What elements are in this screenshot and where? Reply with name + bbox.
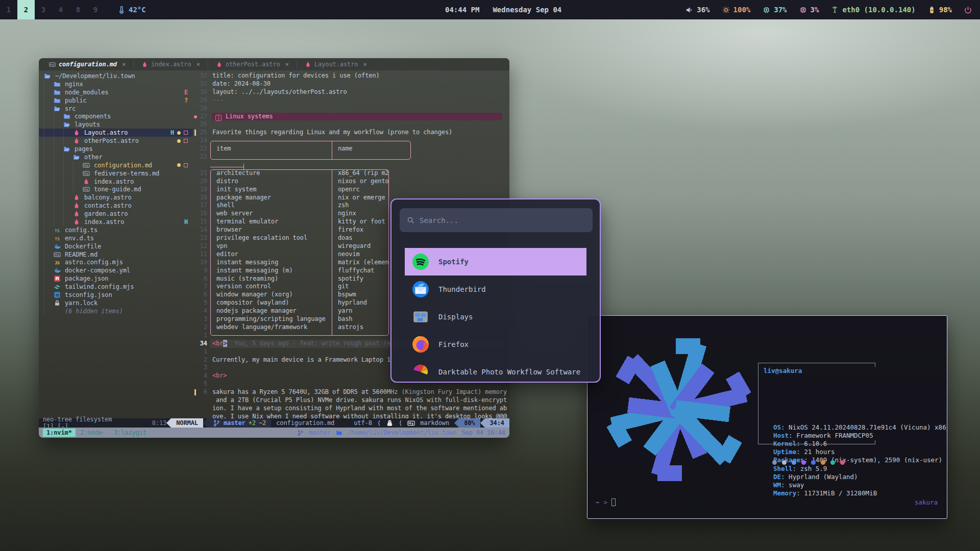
editor-line[interactable]: 6sakura has a Ryzen 5 7640U, 32GB of DDR… [193, 388, 509, 396]
editor-line[interactable]: 28 [193, 105, 509, 113]
cpu-module[interactable]: 37% [763, 6, 787, 14]
volume-module[interactable]: 36% [685, 6, 709, 14]
palette-dot [830, 460, 835, 465]
tree-item[interactable]: TSconfig.ts [39, 226, 193, 234]
editor-line[interactable]: 25Favorite things regarding Linux and my… [193, 129, 509, 137]
tree-item[interactable]: README.md [39, 251, 193, 259]
power-module[interactable] [964, 6, 972, 14]
tab-configuration.md[interactable]: configuration.md× [44, 58, 131, 70]
tree-item[interactable]: TSenv.d.ts [39, 234, 193, 242]
tree-item[interactable]: (6 hidden items) [39, 307, 193, 315]
tree-item[interactable]: Layout.astroH [39, 129, 193, 137]
tree-item[interactable]: yarn.lock [39, 299, 193, 307]
staged-square-icon [184, 163, 188, 167]
tree-item-label: index.astro [94, 178, 134, 185]
tmux-window-2:node-[interactable]: 2:node- [77, 429, 109, 437]
tab-close-icon[interactable]: × [122, 61, 126, 68]
editor-line[interactable]: ion. I have a setup consisting of Hyprla… [193, 405, 509, 413]
launcher-results[interactable]: SpotifyThunderbirdDisplaysFirefoxDarktab… [391, 248, 600, 382]
editor-line[interactable]: 24 [193, 137, 509, 145]
editor-line[interactable]: 30layout: ../../layouts/otherPost.astro [193, 88, 509, 96]
launcher-item-firefox[interactable]: Firefox [405, 331, 586, 358]
tab-close-icon[interactable]: × [363, 61, 367, 68]
tree-item[interactable]: index.astro [39, 178, 193, 186]
fetch-info-value: : 11731MiB / 31280MiB [796, 489, 877, 497]
gpu-module[interactable]: 3% [799, 6, 819, 14]
tree-item[interactable]: index.astroH [39, 218, 193, 226]
launcher-item-displays[interactable]: Displays [405, 303, 586, 331]
tree-item[interactable]: contact.astro [39, 202, 193, 210]
tree-item[interactable]: nginx [39, 80, 193, 88]
shell-prompt[interactable]: ~ > [596, 498, 616, 506]
workspace-9[interactable]: 9 [87, 0, 104, 19]
tree-item[interactable]: public? [39, 96, 193, 105]
tree-item[interactable]: pages [39, 145, 193, 153]
temperature-module[interactable]: 42°C [117, 6, 146, 14]
network-module[interactable]: eth0 (10.0.0.140) [831, 6, 915, 14]
tree-item[interactable]: Dockerfile [39, 242, 193, 251]
tree-item[interactable]: node_modulesE [39, 88, 193, 96]
editor-line[interactable]: 19init systemopenrc [193, 186, 509, 194]
tab-index.astro[interactable]: index.astro× [136, 58, 205, 70]
table-cell-item: programming/scripting language [216, 315, 326, 323]
tree-item[interactable]: TStsconfig.json [39, 291, 193, 299]
workspace-switcher[interactable]: 123489 [0, 0, 104, 19]
editor-line[interactable]: 23itemname [193, 145, 509, 153]
tmux-window-1:nvim*[interactable]: 1:nvim* [43, 429, 76, 437]
editor-line[interactable]: 32title: configuration for devices i use… [193, 72, 509, 80]
editor-line[interactable]: 22 [193, 153, 509, 161]
tree-item[interactable]: tailwind.config.mjs [39, 283, 193, 291]
editor-line[interactable]: ove. I use Nix when I need software with… [193, 413, 509, 418]
tmux-window-3:lazygit[interactable]: 3:lazygit [110, 429, 150, 437]
brightness-module[interactable]: 100% [722, 6, 751, 14]
neotree-file-explorer[interactable]: ~/Development/liv.townnginxnode_modulesE… [39, 70, 193, 418]
battery-module[interactable]: 98% [928, 6, 952, 14]
launcher-item-thunderbird[interactable]: Thunderbird [405, 276, 586, 303]
tree-item[interactable]: JSastro.config.mjs [39, 258, 193, 266]
editor-line[interactable]: and a 2TB (Crucial P5 Plus) NVMe drive. … [193, 396, 509, 405]
editor-line[interactable]: 31date: 2024-08-30 [193, 80, 509, 88]
tab-Layout.astro[interactable]: Layout.astro× [300, 58, 372, 70]
launcher-search[interactable] [400, 208, 593, 232]
tree-item[interactable]: configuration.md [39, 161, 193, 169]
editor-line[interactable]: 29--- [193, 96, 509, 105]
tab-otherPost.astro[interactable]: otherPost.astro× [211, 58, 294, 70]
tree-item[interactable]: other [39, 153, 193, 161]
tree-item[interactable]: docker-compose.yml [39, 266, 193, 274]
editor-line[interactable]: 271Linux systems [193, 113, 509, 121]
workspace-2[interactable]: 2 [17, 0, 35, 19]
line-number: 8 [193, 275, 207, 283]
editor-line[interactable] [193, 161, 509, 169]
tree-item[interactable]: balcony.astro [39, 193, 193, 202]
fastfetch-terminal-window[interactable]: liv@sakura OS: NixOS 24.11.20240828.71e9… [587, 315, 947, 519]
launcher-item-spotify[interactable]: Spotify [405, 248, 586, 276]
line-number: 2 [193, 323, 207, 332]
editor-line[interactable]: 21architecturex86_64 (rip m2 pro) [193, 169, 509, 178]
tree-item[interactable]: src [39, 105, 193, 113]
search-input[interactable] [420, 216, 585, 224]
tab-separator: │ [132, 61, 135, 68]
tree-item[interactable]: garden.astro [39, 210, 193, 218]
table-cell-item: vpn [216, 242, 227, 251]
tab-close-icon[interactable]: × [197, 61, 200, 68]
tmux-statusbar[interactable]: 1:nvim*2:node-3:lazygit master /home/liv… [39, 428, 509, 438]
workspace-1[interactable]: 1 [0, 0, 17, 19]
tree-item[interactable]: fediverse-terms.md [39, 169, 193, 178]
editor-line[interactable]: 26 [193, 120, 509, 129]
tree-item[interactable]: package.json [39, 274, 193, 283]
editor-line[interactable]: 20distronixos or gentoo [193, 178, 509, 186]
tree-item[interactable]: otherPost.astro [39, 137, 193, 145]
tree-item[interactable]: ~/Development/liv.town [39, 72, 193, 80]
launcher-item-darktable[interactable]: Darktable Photo Workflow Software [405, 358, 586, 382]
tree-item[interactable]: components [39, 112, 193, 120]
tree-item-label: balcony.astro [84, 194, 132, 201]
tab-close-icon[interactable]: × [285, 61, 289, 68]
workspace-3[interactable]: 3 [35, 0, 52, 19]
tree-item[interactable]: tone-guide.md [39, 185, 193, 193]
buffer-tabbar[interactable]: configuration.md×│index.astro×│otherPost… [39, 58, 509, 70]
workspace-4[interactable]: 4 [52, 0, 69, 19]
app-launcher[interactable]: SpotifyThunderbirdDisplaysFirefoxDarktab… [390, 198, 601, 383]
h1-icon: 1 [215, 115, 222, 121]
workspace-8[interactable]: 8 [69, 0, 87, 19]
tree-item[interactable]: layouts [39, 120, 193, 129]
